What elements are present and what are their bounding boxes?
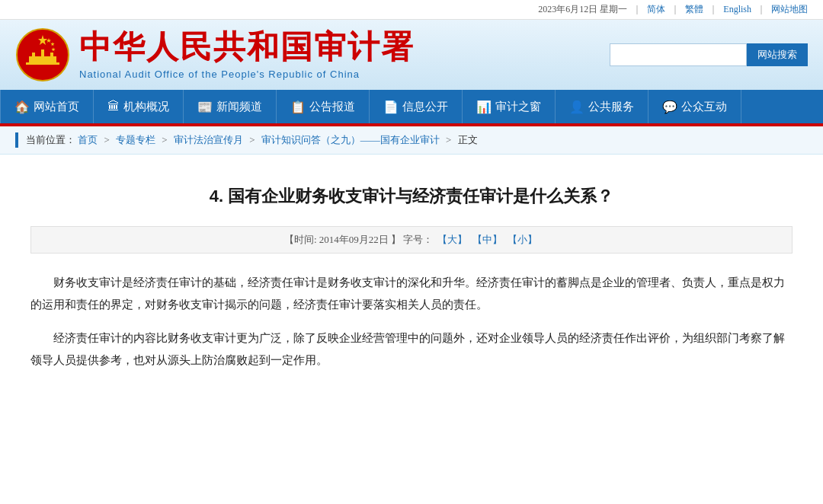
nav-label-home: 网站首页 (34, 100, 79, 114)
simplified-link[interactable]: 简体 (647, 4, 665, 14)
svg-rect-4 (50, 53, 53, 57)
search-button[interactable]: 网站搜索 (747, 43, 808, 66)
nav-item-news[interactable]: 📰 新闻频道 (184, 90, 277, 123)
breadcrumb-current: 正文 (458, 134, 478, 145)
nav-label-about: 机构概况 (123, 100, 169, 114)
nav-item-audit[interactable]: 📊 审计之窗 (463, 90, 556, 123)
main-content: 4. 国有企业财务收支审计与经济责任审计是什么关系？ 【时间: 2014年09月… (0, 155, 823, 406)
nav-item-public[interactable]: 💬 公众互动 (648, 90, 741, 123)
home-icon: 🏠 (14, 100, 30, 114)
header: 中华人民共和国审计署 National Audit Office of the … (0, 20, 823, 90)
meta-bar: 【时间: 2014年09月22日 】 字号： 【大】 【中】 【小】 (30, 226, 793, 254)
svg-rect-2 (32, 53, 35, 57)
english-link[interactable]: English (723, 4, 751, 14)
breadcrumb-qa[interactable]: 审计知识问答（之九）——国有企业审计 (261, 134, 440, 145)
article-title: 4. 国有企业财务收支审计与经济责任审计是什么关系？ (30, 185, 793, 208)
sitemap-link[interactable]: 网站地图 (771, 4, 808, 14)
nav-item-home[interactable]: 🏠 网站首页 (0, 90, 94, 123)
nav-label-report: 公告报道 (309, 100, 355, 114)
font-small-link[interactable]: 【小】 (508, 234, 537, 245)
nav-item-about[interactable]: 🏛 机构概况 (94, 90, 184, 123)
svg-rect-5 (26, 62, 59, 65)
meta-font-label: 字号： (403, 234, 433, 245)
breadcrumb-promo[interactable]: 审计法治宣传月 (174, 134, 243, 145)
traditional-link[interactable]: 繁體 (685, 4, 703, 14)
site-title: 中华人民共和国审计署 (79, 30, 415, 65)
sep4: ｜ (757, 4, 768, 14)
site-subtitle: National Audit Office of the People's Re… (79, 69, 415, 80)
svg-rect-3 (41, 49, 44, 57)
nav-item-info[interactable]: 📄 信息公开 (370, 90, 463, 123)
date-text: 2023年6月12日 星期一 (538, 4, 627, 14)
breadcrumb-label: 当前位置： (26, 134, 75, 145)
nav-label-news: 新闻频道 (216, 100, 262, 114)
article-paragraph-2: 经济责任审计的内容比财务收支审计更为广泛，除了反映企业经营管理中的问题外，还对企… (30, 327, 793, 371)
public-icon: 💬 (662, 100, 677, 114)
breadcrumb-indicator (15, 132, 18, 148)
logo-text: 中华人民共和国审计署 National Audit Office of the … (79, 30, 415, 79)
nav-label-info: 信息公开 (402, 100, 448, 114)
font-large-link[interactable]: 【大】 (437, 234, 467, 245)
breadcrumb-wrap: 当前位置： 首页 > 专题专栏 > 审计法治宣传月 > 审计知识问答（之九）——… (0, 126, 823, 155)
national-emblem (15, 27, 70, 82)
report-icon: 📋 (290, 100, 306, 114)
nav-label-public: 公众互动 (681, 100, 727, 114)
meta-time-end: 】 (391, 234, 401, 245)
svg-rect-1 (29, 56, 56, 62)
nav-item-report[interactable]: 📋 公告报道 (277, 90, 370, 123)
audit-icon: 📊 (476, 100, 492, 114)
nav-bar: 🏠 网站首页 🏛 机构概况 📰 新闻频道 📋 公告报道 📄 信息公开 📊 审计之… (0, 90, 823, 123)
article-body: 财务收支审计是经济责任审计的基础，经济责任审计是财务收支审计的深化和升华。经济责… (30, 272, 793, 371)
meta-time: 2014年09月22日 (319, 234, 389, 245)
about-icon: 🏛 (107, 100, 120, 113)
meta-time-label: 【时间: (284, 234, 317, 245)
search-input[interactable] (610, 43, 747, 66)
service-icon: 👤 (569, 100, 584, 114)
article-paragraph-1: 财务收支审计是经济责任审计的基础，经济责任审计是财务收支审计的深化和升华。经济责… (30, 272, 793, 315)
sep1: ｜ (632, 4, 644, 14)
nav-item-service[interactable]: 👤 公共服务 (556, 90, 648, 123)
font-medium-link[interactable]: 【中】 (472, 234, 502, 245)
sep2: ｜ (671, 4, 682, 14)
breadcrumb-home[interactable]: 首页 (78, 134, 98, 145)
info-icon: 📄 (383, 100, 399, 114)
breadcrumb-special[interactable]: 专题专栏 (116, 134, 155, 145)
logo-area: 中华人民共和国审计署 National Audit Office of the … (15, 27, 415, 82)
sep3: ｜ (709, 4, 720, 14)
breadcrumb: 当前位置： 首页 > 专题专栏 > 审计法治宣传月 > 审计知识问答（之九）——… (26, 133, 478, 147)
news-icon: 📰 (197, 100, 213, 114)
nav-label-service: 公共服务 (588, 100, 634, 114)
top-bar: 2023年6月12日 星期一 ｜ 简体 ｜ 繁體 ｜ English ｜ 网站地… (0, 0, 823, 20)
nav-label-audit: 审计之窗 (495, 100, 541, 114)
search-area: 网站搜索 (610, 43, 808, 66)
